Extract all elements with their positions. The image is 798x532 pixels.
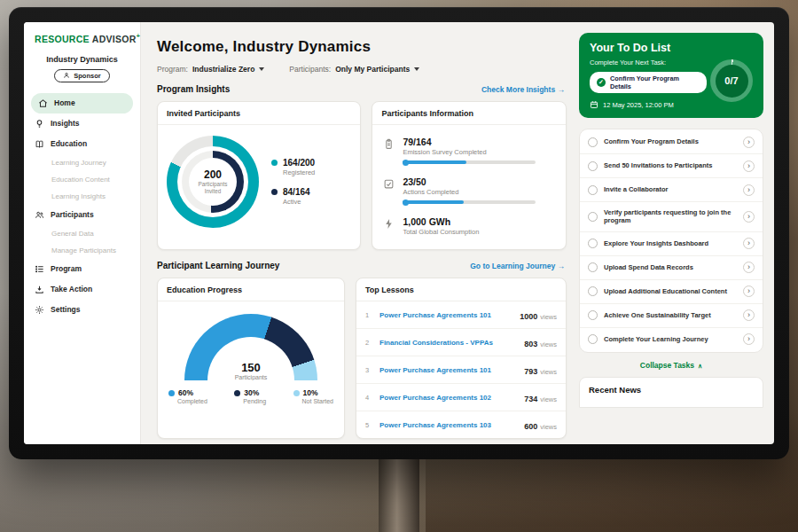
recent-news-header: Recent News bbox=[579, 377, 763, 408]
due-date-row: 12 May 2025, 12:00 PM bbox=[590, 100, 707, 109]
sidebar-item-general-data[interactable]: General Data bbox=[24, 225, 140, 242]
lesson-link[interactable]: Power Purchase Agreements 103 bbox=[379, 421, 517, 429]
go-to-learning-journey-link[interactable]: Go to Learning Journey → bbox=[470, 262, 565, 270]
emission-progress-bar bbox=[403, 160, 536, 164]
lesson-row: 1 Power Purchase Agreements 101 1000view… bbox=[356, 301, 566, 329]
donut-center: 200 ParticipantsInvited bbox=[189, 158, 237, 206]
program-filter[interactable]: Program:Industrialize Zero bbox=[157, 65, 264, 74]
metric-label: Emission Survey Completed bbox=[403, 148, 555, 156]
sidebar-item-manage-participants[interactable]: Manage Participants bbox=[24, 242, 140, 259]
filter-bar: Program:Industrialize Zero Participants:… bbox=[157, 65, 567, 74]
lesson-views: 600views bbox=[524, 417, 557, 433]
sidebar-item-take-action[interactable]: Take Action bbox=[24, 279, 140, 300]
task-checkbox[interactable] bbox=[588, 212, 598, 222]
task-checkbox[interactable] bbox=[588, 334, 598, 344]
chevron-right-icon[interactable]: › bbox=[743, 286, 755, 297]
participants-filter[interactable]: Participants:Only My Participants bbox=[289, 65, 419, 74]
sidebar-item-education[interactable]: Education bbox=[24, 134, 140, 154]
task-row-upload-educational-content[interactable]: Upload Additional Educational Content › bbox=[580, 280, 763, 304]
chevron-right-icon[interactable]: › bbox=[743, 184, 755, 196]
task-row-achieve-sustainability-target[interactable]: Achieve One Sustainability Target › bbox=[580, 304, 763, 328]
next-task-pill[interactable]: ✓ Confirm Your Program Details bbox=[590, 72, 707, 93]
check-more-insights-link[interactable]: Check More Insights → bbox=[481, 85, 565, 94]
task-checkbox[interactable] bbox=[588, 262, 598, 272]
actions-completed-row: 23/50 Actions Completed bbox=[383, 170, 555, 210]
sidebar-item-settings[interactable]: Settings bbox=[24, 300, 140, 320]
chevron-right-icon[interactable]: › bbox=[743, 238, 755, 249]
legend-label: Not Started bbox=[302, 398, 333, 404]
task-row-explore-insights[interactable]: Explore Your Insights Dashboard › bbox=[580, 232, 763, 256]
chevron-down-icon bbox=[414, 67, 419, 71]
collapse-tasks-link[interactable]: Collapse Tasks∧ bbox=[579, 361, 763, 370]
sidebar-item-learning-insights[interactable]: Learning Insights bbox=[24, 188, 140, 205]
task-checkbox[interactable] bbox=[588, 286, 598, 296]
lesson-link[interactable]: Power Purchase Agreements 101 bbox=[379, 366, 517, 374]
legend-pending: 30% Pending bbox=[234, 388, 266, 404]
brand-primary: RESOURCE bbox=[35, 34, 90, 44]
participants-filter-value: Only My Participants bbox=[335, 65, 410, 74]
lesson-link[interactable]: Power Purchase Agreements 101 bbox=[379, 311, 512, 319]
legend-registered: 164/200 Registered bbox=[271, 158, 315, 176]
task-checkbox[interactable] bbox=[588, 310, 598, 320]
task-label: Invite a Collaborator bbox=[604, 185, 737, 194]
sidebar-item-label: Participants bbox=[51, 210, 94, 219]
chevron-right-icon[interactable]: › bbox=[743, 333, 755, 345]
task-checkbox[interactable] bbox=[588, 137, 598, 147]
sidebar-item-learning-journey[interactable]: Learning Journey bbox=[24, 154, 140, 171]
legend-label: Completed bbox=[177, 398, 207, 404]
sidebar-item-insights[interactable]: Insights bbox=[24, 113, 140, 134]
education-progress-body: 150 Participants 60% Completed 30% bbox=[158, 301, 344, 411]
todo-title: Your To Do List bbox=[590, 42, 707, 54]
chevron-right-icon[interactable]: › bbox=[743, 160, 755, 172]
education-icon bbox=[35, 139, 44, 149]
arrow-right-icon: → bbox=[558, 85, 566, 94]
chevron-right-icon[interactable]: › bbox=[743, 137, 755, 148]
task-row-verify-participants[interactable]: Verify participants requesting to join t… bbox=[580, 202, 763, 232]
lesson-row: 4 Power Purchase Agreements 102 734views bbox=[356, 384, 566, 411]
sidebar-item-participants[interactable]: Participants bbox=[24, 205, 140, 225]
task-row-invite-collaborator[interactable]: Invite a Collaborator › bbox=[580, 178, 763, 202]
emission-survey-row: 79/164 Emission Survey Completed bbox=[383, 130, 555, 170]
metric-label: Total Global Consumption bbox=[403, 228, 555, 236]
lesson-rank: 3 bbox=[365, 366, 372, 374]
chevron-right-icon[interactable]: › bbox=[743, 309, 755, 321]
sidebar-item-home[interactable]: Home bbox=[31, 93, 133, 113]
top-lessons-list: 1 Power Purchase Agreements 101 1000view… bbox=[356, 301, 566, 438]
task-row-upload-spend-data[interactable]: Upload Spend Data Records › bbox=[580, 256, 763, 280]
task-label: Explore Your Insights Dashboard bbox=[604, 239, 737, 248]
navy-dot-icon bbox=[234, 390, 240, 396]
sponsor-badge: Sponsor bbox=[54, 69, 109, 82]
task-checkbox[interactable] bbox=[588, 161, 598, 171]
chevron-right-icon[interactable]: › bbox=[743, 211, 755, 223]
learning-journey-header: Participant Learning Journey Go to Learn… bbox=[157, 261, 565, 270]
task-label: Verify participants requesting to join t… bbox=[604, 208, 737, 226]
person-icon bbox=[63, 72, 70, 79]
task-row-send-invitations[interactable]: Send 50 Invitations to Participants › bbox=[580, 154, 763, 178]
survey-icon bbox=[383, 138, 395, 150]
chevron-up-icon: ∧ bbox=[698, 363, 702, 369]
lesson-link[interactable]: Power Purchase Agreements 102 bbox=[379, 394, 517, 402]
insights-cards-row: Invited Participants 200 ParticipantsInv… bbox=[157, 101, 567, 250]
chevron-right-icon[interactable]: › bbox=[743, 262, 755, 273]
sponsor-badge-label: Sponsor bbox=[74, 72, 100, 80]
metric-value: 1,000 GWh bbox=[403, 216, 555, 227]
lesson-rank: 1 bbox=[365, 311, 372, 319]
metric-value: 79/164 bbox=[403, 137, 555, 147]
legend-not-started: 10% Not Started bbox=[293, 388, 333, 404]
actions-progress-bar bbox=[403, 200, 536, 204]
check-icon: ✓ bbox=[597, 78, 606, 87]
sidebar-item-education-content[interactable]: Education Content bbox=[24, 171, 140, 188]
legend-completed: 60% Completed bbox=[168, 388, 207, 404]
sidebar-item-label: Take Action bbox=[51, 285, 92, 293]
task-row-confirm-program[interactable]: Confirm Your Program Details › bbox=[580, 130, 763, 154]
metric-value: 23/50 bbox=[403, 176, 555, 187]
lesson-link[interactable]: Financial Considerations - VPPAs bbox=[379, 339, 517, 347]
task-row-complete-learning-journey[interactable]: Complete Your Learning Journey › bbox=[580, 328, 763, 351]
program-filter-value: Industrialize Zero bbox=[192, 65, 254, 74]
link-label: Check More Insights bbox=[481, 85, 555, 94]
task-checkbox[interactable] bbox=[588, 239, 598, 248]
task-checkbox[interactable] bbox=[588, 185, 598, 195]
learning-cards-row: Education Progress 150 Participants bbox=[157, 278, 567, 439]
sidebar-item-program[interactable]: Program bbox=[24, 259, 140, 279]
todo-subtitle: Complete Your Next Task: bbox=[590, 59, 707, 66]
